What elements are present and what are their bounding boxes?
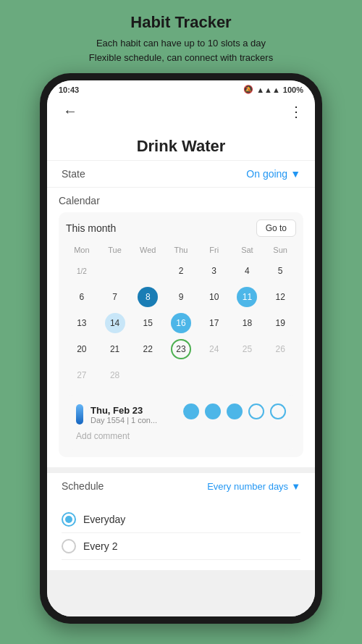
schedule-options: Everyday Every 2 <box>47 499 315 570</box>
cal-day-22[interactable]: 22 <box>132 337 164 361</box>
habit-title: Drink Water <box>62 137 300 156</box>
cal-day-25[interactable]: 25 <box>232 337 264 361</box>
cal-day-14[interactable]: 14 <box>99 311 131 335</box>
day-header-tue: Tue <box>99 244 131 257</box>
state-value: On going <box>246 168 287 180</box>
cal-day-15[interactable]: 15 <box>132 311 164 335</box>
day-detail-info: Thu, Feb 23 Day 1554 | 1 con... <box>90 405 157 425</box>
more-button[interactable]: ⋮ <box>289 103 303 120</box>
cal-day-26[interactable]: 26 <box>264 337 296 361</box>
slot-5[interactable] <box>270 403 286 419</box>
app-content: Drink Water State On going ▼ Calendar Th… <box>47 128 315 616</box>
slot-1[interactable] <box>183 403 199 419</box>
cal-day-27[interactable]: 27 <box>66 363 98 388</box>
schedule-row: Schedule Every number days ▼ <box>47 473 315 499</box>
day-header-wed: Wed <box>132 244 164 257</box>
cal-day-7[interactable]: 7 <box>99 285 131 309</box>
calendar-label: Calendar <box>59 195 303 206</box>
day-date: Thu, Feb 23 <box>90 405 157 416</box>
day-header-thu: Thu <box>165 244 197 257</box>
cal-grid: Mon Tue Wed Thu Fri Sat Sun 1/2 2 <box>66 244 296 388</box>
back-button[interactable]: ← <box>59 101 82 121</box>
day-header-sun: Sun <box>264 244 296 257</box>
cal-day-19[interactable]: 19 <box>264 311 296 335</box>
slot-3[interactable] <box>227 403 243 419</box>
signal-icon: ▲▲▲ <box>256 85 280 94</box>
schedule-value: Every number days <box>207 481 288 492</box>
cal-day-18[interactable]: 18 <box>232 311 264 335</box>
radio-every2[interactable] <box>62 539 76 553</box>
add-comment[interactable]: Add comment <box>76 431 286 441</box>
state-label: State <box>62 168 85 180</box>
habit-title-section: Drink Water <box>47 128 315 160</box>
everyday-label: Everyday <box>83 514 125 525</box>
cal-empty-5 <box>198 363 230 388</box>
month-label: This month <box>66 222 116 234</box>
cal-empty-4 <box>165 363 197 388</box>
every2-label: Every 2 <box>83 540 117 552</box>
cal-day-3[interactable]: 3 <box>198 259 230 283</box>
day-header-mon: Mon <box>66 244 98 257</box>
day-slots <box>183 403 286 419</box>
cal-empty-3 <box>132 363 164 388</box>
phone-screen: 10:43 🔕 ▲▲▲ 100% ← ⋮ Drink Water State O… <box>47 80 315 616</box>
status-icons: 🔕 ▲▲▲ 100% <box>243 85 303 94</box>
cal-day-2[interactable]: 2 <box>165 259 197 283</box>
cal-day-8[interactable]: 8 <box>132 285 164 309</box>
schedule-dropdown[interactable]: Every number days ▼ <box>207 481 300 492</box>
schedule-label: Schedule <box>62 480 104 492</box>
schedule-every2[interactable]: Every 2 <box>62 533 300 560</box>
page-subtitle: Each habit can have up to 10 slots a day… <box>89 36 273 64</box>
phone-device: 10:43 🔕 ▲▲▲ 100% ← ⋮ Drink Water State O… <box>40 73 322 624</box>
top-bar: ← ⋮ <box>47 97 315 128</box>
goto-button[interactable]: Go to <box>256 219 296 237</box>
day-header-sat: Sat <box>232 244 264 257</box>
cal-day-28[interactable]: 28 <box>99 363 131 388</box>
day-detail-card: Thu, Feb 23 Day 1554 | 1 con... <box>66 395 296 450</box>
slot-4[interactable] <box>248 403 264 419</box>
calendar-card: This month Go to Mon Tue Wed Thu Fri Sat… <box>59 212 303 457</box>
cal-day-empty1 <box>99 259 131 283</box>
time: 10:43 <box>59 85 79 94</box>
cal-day-17[interactable]: 17 <box>198 311 230 335</box>
cal-day-11[interactable]: 11 <box>232 285 264 309</box>
cal-day-23[interactable]: 23 <box>165 337 197 361</box>
cal-day-empty2 <box>132 259 164 283</box>
state-row: State On going ▼ <box>47 160 315 187</box>
cal-day-24[interactable]: 24 <box>198 337 230 361</box>
page-title: Habit Tracker <box>89 13 273 32</box>
chevron-down-icon: ▼ <box>290 168 300 180</box>
day-sub: Day 1554 | 1 con... <box>90 416 157 425</box>
state-dropdown[interactable]: On going ▼ <box>246 168 300 180</box>
cal-day-5[interactable]: 5 <box>264 259 296 283</box>
mute-icon: 🔕 <box>243 85 253 94</box>
cal-day-9[interactable]: 9 <box>165 285 197 309</box>
schedule-everyday[interactable]: Everyday <box>62 506 300 533</box>
cal-empty-7 <box>264 363 296 388</box>
cal-day-13[interactable]: 13 <box>66 311 98 335</box>
cal-day-4[interactable]: 4 <box>232 259 264 283</box>
battery: 100% <box>283 85 303 94</box>
cal-day-12[interactable]: 12 <box>264 285 296 309</box>
calendar-header: This month Go to <box>66 219 296 237</box>
cal-day-21[interactable]: 21 <box>99 337 131 361</box>
cal-day-6[interactable]: 6 <box>66 285 98 309</box>
day-icon <box>76 404 83 425</box>
cal-day-20[interactable]: 20 <box>66 337 98 361</box>
page-header: Habit Tracker Each habit can have up to … <box>75 0 287 73</box>
cal-day-1-2[interactable]: 1/2 <box>66 259 98 283</box>
slot-2[interactable] <box>205 403 221 419</box>
status-bar: 10:43 🔕 ▲▲▲ 100% <box>47 80 315 97</box>
cal-empty-6 <box>232 363 264 388</box>
calendar-section: Calendar This month Go to Mon Tue Wed Th… <box>47 187 315 467</box>
chevron-down-icon: ▼ <box>291 481 300 492</box>
day-header-fri: Fri <box>198 244 230 257</box>
day-detail-header: Thu, Feb 23 Day 1554 | 1 con... <box>76 403 286 425</box>
cal-day-10[interactable]: 10 <box>198 285 230 309</box>
radio-inner-everyday <box>65 516 72 523</box>
cal-day-16[interactable]: 16 <box>165 311 197 335</box>
radio-everyday[interactable] <box>62 512 76 527</box>
